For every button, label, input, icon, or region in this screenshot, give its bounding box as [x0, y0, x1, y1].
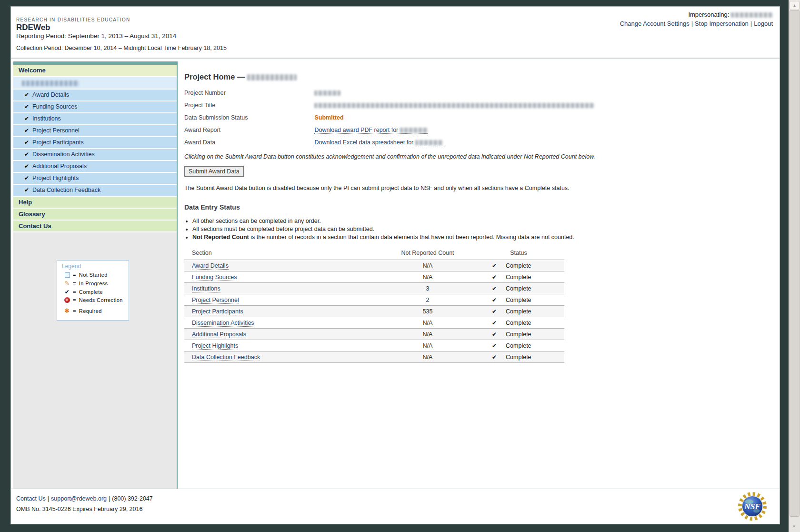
legend-entry-needs-correction: ✕=Needs Correction	[63, 297, 129, 303]
footer-omb-line: OMB No. 3145-0226 Expires February 29, 2…	[16, 506, 142, 512]
equals-sign: =	[73, 297, 76, 303]
bullet-rest-text: is the number of records in a section th…	[249, 234, 574, 241]
field-data-submission-status: Data Submission Status Submitted	[184, 114, 622, 121]
sidebar-item-award-details[interactable]: ✔Award Details	[13, 90, 177, 101]
scroll-down-button[interactable]: ▼	[790, 523, 799, 531]
column-header-not-reported-count: Not Reported Count	[382, 248, 473, 260]
sidebar-item-additional-proposals[interactable]: ✔Additional Proposals	[13, 161, 177, 173]
legend-title: Legend	[62, 263, 129, 270]
legend-entry-complete: ✔=Complete	[63, 289, 129, 295]
needs-correction-icon: ✕	[64, 297, 70, 303]
button-disabled-note: The Submit Award Data button is disabled…	[184, 185, 622, 191]
collection-period: Collection Period: December 10, 2014 – M…	[16, 45, 227, 51]
legend-label: Complete	[79, 289, 103, 295]
section-link-award-details[interactable]: Award Details	[192, 262, 229, 270]
vertical-scrollbar[interactable]: ▲ ▼	[789, 0, 800, 532]
section-link-data-collection-feedback[interactable]: Data Collection Feedback	[192, 354, 260, 361]
link-separator: |	[107, 495, 112, 502]
not-reported-count: 535	[382, 306, 473, 317]
page-title: Project Home —	[184, 72, 622, 81]
field-project-title: Project Title	[184, 102, 622, 109]
section-link-project-highlights[interactable]: Project Highlights	[192, 342, 238, 350]
sidebar-item-project-highlights[interactable]: ✔Project Highlights	[13, 173, 177, 185]
not-reported-count: N/A	[382, 271, 473, 283]
sidebar-accent-bar	[13, 61, 177, 65]
footer-email-link[interactable]: support@rdeweb.org	[51, 495, 107, 502]
sidebar-item-institutions[interactable]: ✔Institutions	[13, 113, 177, 125]
table-header-row: Section Not Reported Count Status	[184, 248, 564, 260]
check-icon: ✔	[65, 289, 70, 295]
check-icon: ✔	[24, 151, 29, 158]
footer-phone: (800) 392-2047	[112, 495, 152, 502]
equals-sign: =	[73, 272, 76, 278]
check-icon: ✔	[24, 103, 29, 110]
data-entry-status-heading: Data Entry Status	[184, 203, 622, 211]
submit-award-data-button[interactable]: Submit Award Data	[184, 166, 244, 177]
nsf-logo-text: NSF	[744, 502, 760, 511]
sidebar-item-project-personnel[interactable]: ✔Project Personnel	[13, 125, 177, 137]
section-link-project-personnel[interactable]: Project Personnel	[192, 297, 239, 304]
redacted-award-id	[415, 140, 443, 145]
table-row: Project Participants 535 ✔Complete	[184, 306, 564, 317]
section-link-additional-proposals[interactable]: Additional Proposals	[192, 331, 246, 338]
browser-page: RESEARCH IN DISABILITIES EDUCATION RDEWe…	[10, 6, 780, 524]
section-link-project-participants[interactable]: Project Participants	[192, 308, 243, 315]
check-icon: ✔	[492, 274, 497, 281]
sidebar-item-contact-us[interactable]: Contact Us	[13, 221, 177, 232]
field-label: Award Report	[184, 127, 313, 133]
sidebar-item-welcome[interactable]: Welcome	[13, 65, 177, 77]
page-title-text: Project Home —	[184, 72, 245, 81]
page-header: RESEARCH IN DISABILITIES EDUCATION RDEWe…	[11, 7, 780, 59]
table-row: Dissemination Activities N/A ✔Complete	[184, 317, 564, 329]
download-excel-data-link[interactable]: Download Excel data spreadsheet for	[314, 139, 442, 146]
sidebar-item-project-number-selected[interactable]	[13, 77, 177, 90]
account-area: Impersonating: Change Account Settings|S…	[620, 11, 773, 27]
redacted-project-number-value	[314, 90, 340, 96]
sidebar-item-dissemination-activities[interactable]: ✔Dissemination Activities	[13, 149, 177, 161]
download-pdf-report-text: Download award PDF report for	[314, 127, 398, 133]
link-separator: |	[690, 20, 695, 27]
reporting-period: Reporting Period: September 1, 2013 – Au…	[16, 32, 176, 40]
scroll-up-button[interactable]: ▲	[790, 1, 800, 10]
bullet-item: All other sections can be completed in a…	[192, 218, 622, 224]
download-pdf-report-link[interactable]: Download award PDF report for	[314, 127, 427, 134]
section-link-funding-sources[interactable]: Funding Sources	[192, 274, 237, 281]
logout-link[interactable]: Logout	[754, 20, 773, 27]
data-entry-status-table: Section Not Reported Count Status Award …	[184, 248, 564, 363]
scrollbar-thumb[interactable]	[790, 10, 800, 517]
stop-impersonation-link[interactable]: Stop Impersonation	[695, 20, 749, 27]
app-title: RDEWeb	[16, 23, 50, 32]
sidebar-item-label: Data Collection Feedback	[32, 187, 100, 193]
sidebar-item-label: Funding Sources	[32, 103, 78, 110]
sidebar-item-data-collection-feedback[interactable]: ✔Data Collection Feedback	[13, 185, 177, 197]
check-icon: ✔	[492, 285, 497, 292]
sidebar-item-glossary[interactable]: Glossary	[13, 209, 177, 221]
pencil-icon: ✎	[64, 280, 70, 287]
status-label: Complete	[506, 331, 531, 338]
check-icon: ✔	[24, 187, 29, 193]
check-icon: ✔	[492, 297, 497, 303]
sidebar-item-help[interactable]: Help	[13, 197, 177, 209]
change-account-settings-link[interactable]: Change Account Settings	[620, 20, 690, 27]
check-icon: ✔	[24, 115, 29, 122]
link-separator: |	[46, 495, 51, 502]
impersonating-label: Impersonating:	[688, 11, 729, 18]
check-icon: ✔	[492, 308, 497, 315]
sidebar-item-label: Institutions	[32, 115, 61, 122]
status-label: Complete	[506, 342, 531, 349]
section-link-institutions[interactable]: Institutions	[192, 285, 220, 292]
site-eyebrow: RESEARCH IN DISABILITIES EDUCATION	[16, 17, 130, 22]
section-link-dissemination-activities[interactable]: Dissemination Activities	[192, 320, 254, 327]
footer-contact-line: Contact Us|support@rdeweb.org|(800) 392-…	[16, 495, 153, 502]
table-row: Funding Sources N/A ✔Complete	[184, 271, 564, 283]
impersonating-line: Impersonating:	[620, 11, 773, 18]
acknowledgement-note: Clicking on the Submit Award Data button…	[184, 153, 622, 160]
sidebar-item-project-participants[interactable]: ✔Project Participants	[13, 137, 177, 149]
main-content: Project Home — Project Number Project Ti…	[184, 72, 622, 363]
legend-label: Required	[79, 308, 102, 314]
check-icon: ✔	[492, 331, 497, 338]
sidebar-item-label: Dissemination Activities	[32, 151, 95, 158]
sidebar-item-funding-sources[interactable]: ✔Funding Sources	[13, 101, 177, 113]
column-header-section: Section	[184, 248, 382, 260]
footer-contact-us-link[interactable]: Contact Us	[16, 495, 46, 502]
